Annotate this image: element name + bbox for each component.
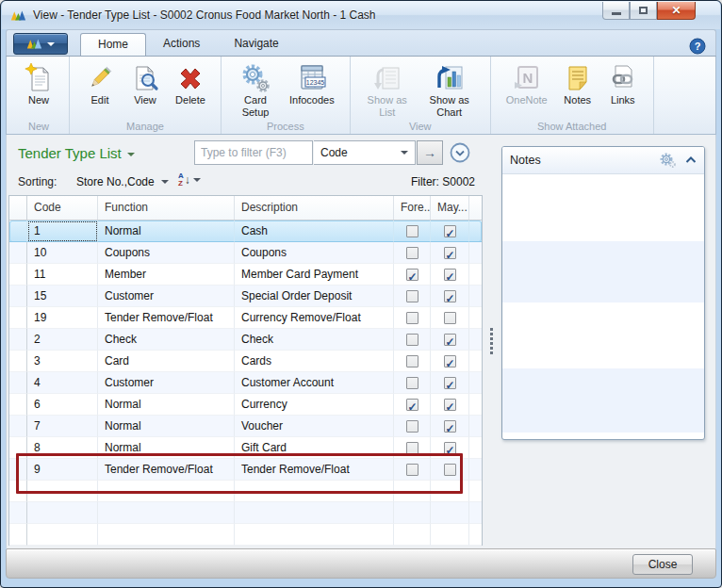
row-selector[interactable] [9,394,27,416]
cell-code[interactable] [27,524,98,546]
cell-description[interactable]: Cash [235,220,394,242]
cell-function[interactable]: Coupons [98,242,235,264]
cell-function[interactable]: Tender Remove/Float [98,307,235,329]
foreign-checkbox[interactable] [406,442,418,454]
card-setup-button[interactable]: Card Setup [230,61,281,121]
cell-description[interactable]: Coupons [235,242,394,264]
close-window-button[interactable]: ✕ [657,2,696,20]
cell-function[interactable]: Check [98,329,235,351]
may-checkbox[interactable] [444,399,456,411]
cell-function[interactable] [98,481,235,502]
column-header-code[interactable]: Code [27,196,98,220]
table-row[interactable]: 6 Normal Currency [9,394,482,416]
foreign-checkbox[interactable] [406,464,418,476]
row-selector[interactable] [9,220,27,242]
cell-code[interactable]: 3 [27,351,98,372]
cell-description[interactable]: Currency [235,394,394,416]
cell-code[interactable]: 19 [27,307,98,329]
cell-description[interactable]: Cards [235,351,394,372]
may-checkbox[interactable] [444,312,456,324]
cell-description[interactable]: Gift Card [235,437,394,459]
may-checkbox[interactable] [444,225,456,237]
cell-description[interactable]: Special Order Deposit [235,286,394,307]
notes-empty-row[interactable] [502,174,704,241]
cell-code[interactable]: 8 [27,437,98,459]
column-header-foreign[interactable]: Fore... [394,196,431,220]
cell-description[interactable]: Voucher [235,416,394,437]
cell-code[interactable]: 2 [27,329,98,351]
row-selector[interactable] [9,351,27,372]
expand-filter-pane-button[interactable] [450,142,470,163]
may-checkbox[interactable] [444,442,456,454]
apply-filter-button[interactable]: → [417,140,443,165]
minimize-button[interactable] [602,2,630,20]
show-as-chart-button[interactable]: Show as Chart [418,61,482,121]
chevron-up-icon[interactable] [685,155,697,165]
table-row[interactable]: 1 Normal Cash [9,220,482,242]
row-selector[interactable] [9,307,27,329]
close-button[interactable]: Close [632,554,693,575]
gear-icon[interactable] [659,152,676,169]
cell-function[interactable] [98,502,235,524]
notes-empty-row[interactable] [502,241,704,302]
may-checkbox[interactable] [444,355,456,368]
may-checkbox[interactable] [444,290,456,302]
foreign-checkbox[interactable] [406,399,418,411]
help-button[interactable]: ? [689,38,706,55]
cell-description[interactable]: Currency Remove/Float [235,307,394,329]
row-selector[interactable] [9,264,27,286]
cell-code[interactable]: 4 [27,372,98,394]
cell-function[interactable] [98,524,235,546]
cell-code[interactable]: 11 [27,264,98,286]
cell-function[interactable]: Normal [98,220,235,242]
table-row[interactable]: 2 Check Check [9,329,482,351]
row-selector[interactable] [9,437,27,459]
may-checkbox[interactable] [444,377,456,389]
tab-home[interactable]: Home [80,33,146,56]
cell-description[interactable] [235,502,394,524]
cell-description[interactable] [235,481,394,502]
cell-function[interactable]: Normal [98,416,235,437]
table-row[interactable]: 3 Card Cards [9,351,482,372]
foreign-checkbox[interactable] [406,290,418,302]
sorting-field-select[interactable]: Store No.,Code [76,175,169,188]
table-row[interactable]: 10 Coupons Coupons [9,242,482,264]
infocodes-button[interactable]: 12345 Infocodes [283,61,341,108]
notes-empty-row[interactable] [502,368,704,433]
table-row[interactable]: 19 Tender Remove/Float Currency Remove/F… [9,307,482,329]
table-row[interactable]: 4 Customer Customer Account [9,372,482,394]
foreign-checkbox[interactable] [406,377,418,389]
foreign-checkbox[interactable] [406,420,418,433]
cell-code[interactable]: 10 [27,242,98,264]
cell-description[interactable] [235,524,394,546]
cell-function[interactable]: Normal [98,394,235,416]
cell-description[interactable]: Member Card Payment [235,264,394,286]
application-menu-button[interactable] [13,33,68,55]
table-row[interactable] [9,524,482,546]
cell-function[interactable]: Member [98,264,235,286]
onenote-button[interactable]: N OneNote [500,61,554,108]
foreign-checkbox[interactable] [406,334,418,346]
tab-actions[interactable]: Actions [146,33,217,56]
cell-code[interactable]: 9 [27,459,98,481]
table-row[interactable]: 11 Member Member Card Payment [9,264,482,286]
sort-direction-button[interactable]: AZ ↓ [178,172,201,188]
cell-description[interactable]: Customer Account [235,372,394,394]
notes-button[interactable]: Notes [556,61,599,108]
table-row[interactable]: 8 Normal Gift Card [9,437,482,459]
foreign-checkbox[interactable] [406,247,418,259]
column-header-description[interactable]: Description [235,196,394,220]
table-row[interactable]: 15 Customer Special Order Deposit [9,286,482,307]
show-as-list-button[interactable]: Show as List [359,61,416,121]
foreign-checkbox[interactable] [406,225,418,237]
may-checkbox[interactable] [444,247,456,259]
cell-description[interactable]: Tender Remove/Float [235,459,394,481]
cell-function[interactable]: Customer [98,372,235,394]
row-selector[interactable] [9,524,27,546]
foreign-checkbox[interactable] [406,312,418,324]
row-selector[interactable] [9,459,27,481]
notes-empty-row[interactable] [502,302,704,368]
table-row[interactable] [9,481,482,502]
row-selector[interactable] [9,242,27,264]
may-checkbox[interactable] [444,420,456,433]
